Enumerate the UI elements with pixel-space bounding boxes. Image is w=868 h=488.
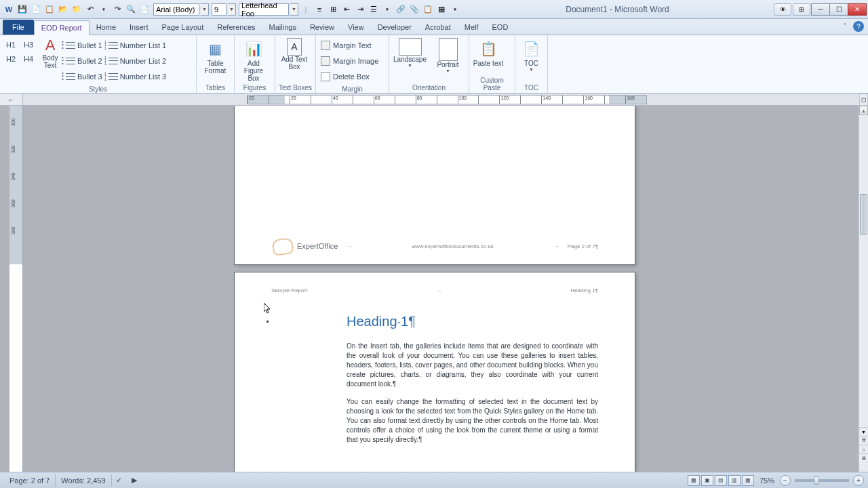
h4-button[interactable]: H4 bbox=[20, 52, 37, 66]
bullet-2-button[interactable]: Bullet 2 bbox=[64, 54, 104, 68]
tab-developer[interactable]: Developer bbox=[371, 20, 418, 35]
zoom-icon[interactable]: 📄 bbox=[138, 3, 151, 16]
zoom-in-button[interactable]: + bbox=[853, 475, 864, 486]
qat-btn-1[interactable]: ≡ bbox=[313, 3, 326, 16]
qat-btn-9[interactable]: ▦ bbox=[435, 3, 448, 16]
qat-drop-5[interactable]: ▼ bbox=[381, 3, 393, 16]
status-proofing-icon[interactable]: ✓ bbox=[113, 474, 125, 487]
tab-eod[interactable]: EOD bbox=[486, 20, 515, 35]
status-words[interactable]: Words: 2,459 bbox=[56, 474, 111, 487]
zoom-slider[interactable] bbox=[795, 479, 849, 482]
add-figure-button[interactable]: 📊 Add Figure Box bbox=[237, 37, 270, 82]
h2-button[interactable]: H2 bbox=[3, 52, 19, 66]
open-icon[interactable]: 📂 bbox=[57, 3, 69, 16]
ruler-corner[interactable]: ⌐ bbox=[0, 94, 23, 106]
web-layout-view[interactable]: ▤ bbox=[715, 475, 727, 486]
undo-drop-icon[interactable]: ▼ bbox=[98, 3, 110, 16]
extra-btn-1[interactable]: 👁 bbox=[774, 3, 791, 16]
font-size-box[interactable]: 9 bbox=[212, 3, 226, 16]
qat-more-icon[interactable]: ▼ bbox=[449, 3, 461, 16]
print-layout-view[interactable]: ▦ bbox=[688, 475, 700, 486]
tab-acrobat[interactable]: Acrobat bbox=[418, 20, 458, 35]
tab-home[interactable]: Home bbox=[90, 20, 123, 35]
toc-button[interactable]: 📄 TOC ▼ bbox=[518, 37, 545, 72]
qat-btn-8[interactable]: 📋 bbox=[422, 3, 434, 16]
minimize-button[interactable]: ─ bbox=[811, 3, 830, 16]
zoom-percent[interactable]: 75% bbox=[760, 476, 774, 485]
ribbon-minimize-icon[interactable]: ˇ bbox=[840, 21, 850, 32]
h3-button[interactable]: H3 bbox=[20, 38, 37, 52]
ruler-toggle-button[interactable]: ▢ bbox=[859, 94, 868, 106]
undo-icon[interactable]: ↶ bbox=[84, 3, 96, 16]
tab-eod-report[interactable]: EOD Report bbox=[34, 20, 90, 35]
vertical-scrollbar[interactable]: ▢ ▲ ▼ ⇈ ○ ⇊ bbox=[859, 106, 868, 472]
style-dropdown[interactable]: ▼ bbox=[290, 3, 298, 16]
next-page-button[interactable]: ⇊ bbox=[859, 453, 868, 462]
horizontal-ruler[interactable]: 20 20 40 60 80 100 120 140 160 180 bbox=[23, 94, 868, 105]
bullet-1-button[interactable]: Bullet 1 bbox=[64, 38, 104, 53]
page-1[interactable]: ExpertOffice → www.expertofficedocuments… bbox=[235, 106, 635, 264]
add-textbox-button[interactable]: A Add Text Box bbox=[278, 37, 311, 70]
delete-box-button[interactable]: Delete Box bbox=[319, 69, 380, 84]
horizontal-ruler-row: ⌐ 20 20 40 60 80 100 120 140 160 180 bbox=[0, 94, 868, 106]
zoom-out-button[interactable]: − bbox=[780, 475, 791, 486]
page-2[interactable]: Sample Report → Heading 1¶ ■ Heading·1¶ … bbox=[235, 272, 635, 472]
redo-icon[interactable]: ↷ bbox=[111, 3, 123, 16]
extra-btn-2[interactable]: ⊞ bbox=[793, 3, 810, 16]
bullet-3-button[interactable]: Bullet 3 bbox=[64, 69, 104, 84]
scroll-thumb[interactable] bbox=[860, 194, 867, 235]
draft-view[interactable]: ▦ bbox=[742, 475, 754, 486]
status-page[interactable]: Page: 2 of 7 bbox=[4, 474, 56, 487]
browse-object-button[interactable]: ○ bbox=[859, 445, 868, 453]
paste-text-button[interactable]: 📋 Paste text bbox=[472, 37, 505, 67]
prev-page-button[interactable]: ⇈ bbox=[859, 436, 868, 445]
table-format-button[interactable]: ▦ Table Format bbox=[199, 37, 231, 75]
number-2-button[interactable]: Number List 2 bbox=[106, 54, 168, 68]
outline-view[interactable]: ▥ bbox=[728, 475, 741, 486]
maximize-button[interactable]: ☐ bbox=[829, 3, 848, 16]
margin-text-button[interactable]: Margin Text bbox=[319, 38, 380, 53]
tab-melf[interactable]: Melf bbox=[458, 20, 486, 35]
font-name-dropdown[interactable]: ▼ bbox=[201, 3, 209, 16]
document-content[interactable]: ■ Heading·1¶ On the Insert tab, the gall… bbox=[347, 312, 598, 453]
print-preview-icon[interactable]: 🔍 bbox=[125, 3, 137, 16]
margin-image-button[interactable]: Margin Image bbox=[319, 54, 380, 68]
increase-indent-icon[interactable]: ⇥ bbox=[354, 3, 366, 16]
help-icon[interactable]: ? bbox=[853, 21, 864, 32]
word-icon[interactable]: W bbox=[3, 3, 15, 16]
tab-insert[interactable]: Insert bbox=[123, 20, 155, 35]
open-folder-icon[interactable]: 📁 bbox=[71, 3, 83, 16]
h1-button[interactable]: H1 bbox=[3, 38, 19, 52]
font-name-box[interactable]: Arial (Body) bbox=[153, 3, 199, 16]
zoom-slider-thumb[interactable] bbox=[814, 476, 819, 485]
body-text-button[interactable]: A Body Text bbox=[39, 37, 62, 69]
tab-mailings[interactable]: Mailings bbox=[262, 20, 303, 35]
qat-btn-2[interactable]: ⊞ bbox=[327, 3, 339, 16]
landscape-button[interactable]: Landscape ▼ bbox=[392, 37, 428, 68]
tab-review[interactable]: Review bbox=[303, 20, 341, 35]
number-3-button[interactable]: Number List 3 bbox=[106, 69, 168, 84]
new-icon[interactable]: 📋 bbox=[43, 3, 56, 16]
tab-page-layout[interactable]: Page Layout bbox=[155, 20, 211, 35]
document-area: 300 320 340 360 380 ExpertOffice → www.e… bbox=[0, 106, 859, 472]
save-icon[interactable]: 💾 bbox=[16, 3, 28, 16]
scroll-down-button[interactable]: ▼ bbox=[859, 427, 868, 436]
file-tab[interactable]: File bbox=[3, 20, 34, 35]
font-size-dropdown[interactable]: ▼ bbox=[228, 3, 236, 16]
style-box[interactable]: Letterhead Foo bbox=[239, 3, 289, 16]
close-button[interactable]: ✕ bbox=[848, 3, 867, 16]
vertical-ruler[interactable]: 300 320 340 360 380 bbox=[9, 106, 23, 472]
full-screen-view[interactable]: ▣ bbox=[701, 475, 713, 486]
qat-btn-6[interactable]: 🔗 bbox=[395, 3, 407, 16]
status-macro-icon[interactable]: ▶ bbox=[128, 474, 140, 487]
qat-btn-5[interactable]: ☰ bbox=[368, 3, 380, 16]
scroll-up-button[interactable]: ▲ bbox=[859, 106, 868, 115]
tab-view[interactable]: View bbox=[341, 20, 371, 35]
tab-references[interactable]: References bbox=[210, 20, 262, 35]
chevron-down-icon: ▼ bbox=[446, 68, 450, 73]
number-1-button[interactable]: Number List 1 bbox=[106, 38, 168, 53]
portrait-button[interactable]: Portrait ▼ bbox=[430, 37, 466, 73]
qat-btn-7[interactable]: 📎 bbox=[408, 3, 420, 16]
save-as-icon[interactable]: 📄 bbox=[30, 3, 42, 16]
decrease-indent-icon[interactable]: ⇤ bbox=[340, 3, 353, 16]
